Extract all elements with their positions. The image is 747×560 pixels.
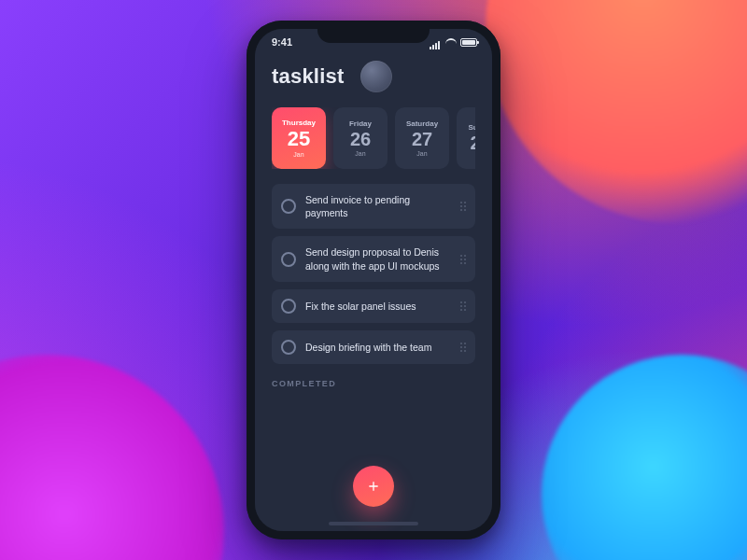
task-checkbox[interactable] — [281, 199, 296, 214]
add-task-button[interactable] — [353, 466, 394, 507]
task-text: Design briefing with the team — [305, 341, 451, 354]
wallpaper: 9:41 tasklist Thursday 25 Jan — [0, 0, 747, 560]
avatar[interactable] — [360, 61, 392, 92]
drag-handle-icon[interactable] — [460, 255, 466, 264]
drag-handle-icon[interactable] — [460, 343, 466, 352]
task-row[interactable]: Send design proposal to Denis along with… — [272, 236, 475, 281]
drag-handle-icon[interactable] — [460, 301, 466, 311]
task-text: Send invoice to pending payments — [305, 193, 451, 219]
date-card-selected[interactable]: Thursday 25 Jan — [272, 107, 326, 169]
date-card[interactable]: Friday 26 Jan — [333, 107, 388, 169]
page-title: tasklist — [272, 64, 344, 89]
date-dow: Thursday — [282, 119, 316, 127]
date-month: Jan — [355, 150, 365, 157]
content-area: tasklist Thursday 25 Jan Friday 26 Jan — [255, 55, 492, 388]
date-month: Jan — [416, 150, 427, 157]
bg-blob-cyan — [542, 355, 747, 560]
date-card-clipped[interactable]: Sun 2 — [457, 107, 475, 169]
app-screen: 9:41 tasklist Thursday 25 Jan — [255, 29, 492, 531]
date-day: 27 — [412, 130, 432, 148]
task-checkbox[interactable] — [281, 252, 296, 267]
date-picker-row[interactable]: Thursday 25 Jan Friday 26 Jan Saturday 2… — [272, 107, 475, 169]
battery-icon — [460, 38, 477, 47]
date-dow: Sun — [468, 123, 475, 132]
home-indicator[interactable] — [329, 522, 418, 525]
wifi-icon — [445, 38, 457, 47]
task-checkbox[interactable] — [281, 299, 296, 314]
cellular-icon — [430, 38, 442, 47]
device-notch — [317, 21, 430, 43]
date-card[interactable]: Saturday 27 Jan — [395, 107, 449, 169]
task-row[interactable]: Send invoice to pending payments — [272, 184, 475, 229]
header-row: tasklist — [272, 61, 475, 92]
status-icons — [430, 38, 477, 47]
date-dow: Friday — [349, 119, 372, 128]
status-time: 9:41 — [272, 36, 292, 48]
date-day: 26 — [350, 130, 371, 148]
task-text: Send design proposal to Denis along with… — [305, 245, 451, 272]
task-row[interactable]: Fix the solar panel issues — [272, 289, 475, 323]
date-day: 25 — [288, 129, 310, 149]
date-dow: Saturday — [406, 119, 438, 128]
drag-handle-icon[interactable] — [460, 202, 466, 211]
task-row[interactable]: Design briefing with the team — [272, 330, 475, 364]
task-checkbox[interactable] — [281, 340, 296, 355]
bg-blob-magenta — [0, 355, 224, 560]
completed-section-label: COMPLETED — [272, 379, 475, 388]
date-month: Jan — [293, 151, 303, 158]
plus-icon — [366, 479, 381, 494]
task-text: Fix the solar panel issues — [305, 300, 451, 313]
task-list: Send invoice to pending payments Send de… — [272, 184, 475, 364]
device-frame: 9:41 tasklist Thursday 25 Jan — [247, 21, 500, 539]
date-day: 2 — [470, 133, 475, 152]
bg-blob-orange — [486, 0, 747, 224]
